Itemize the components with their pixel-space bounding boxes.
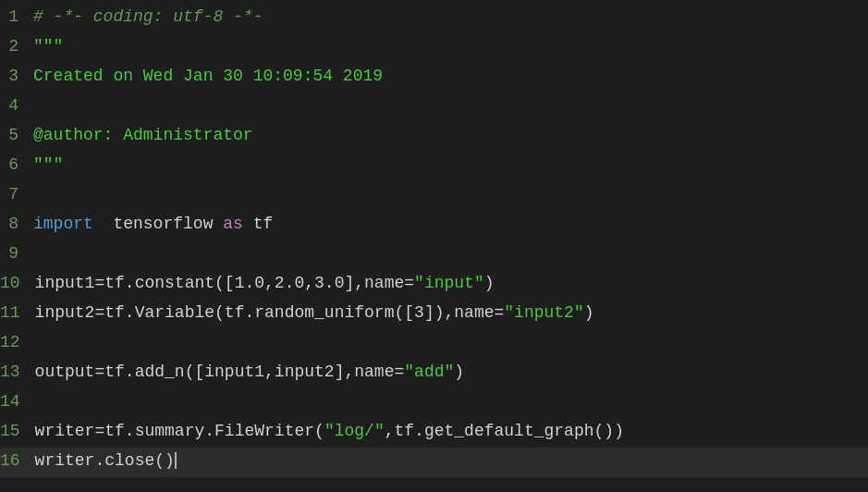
line-number: 2 [0,33,26,60]
token: writer=tf.summary.FileWriter( [35,422,324,440]
token: # -*- coding: utf-8 -*- [33,7,263,26]
code-line: 12 [0,329,868,359]
code-line: 3Created on Wed Jan 30 10:09:54 2019 [0,63,868,92]
code-editor[interactable]: 1# -*- coding: utf-8 -*-2"""3Created on … [0,0,868,492]
line-content: writer=tf.summary.FileWriter("log/",tf.g… [28,418,868,445]
token: @author: Administrator [33,126,253,144]
line-number: 15 [0,418,28,445]
token: tf [243,215,273,233]
line-content: input1=tf.constant([1.0,2.0,3.0],name="i… [28,270,868,297]
code-line: 11input2=tf.Variable(tf.random_uniform([… [0,300,868,329]
code-line: 13output=tf.add_n([input1,input2],name="… [0,359,868,388]
token: Created on Wed Jan 30 10:09:54 2019 [33,67,383,85]
code-line: 7 [0,181,868,211]
line-number: 4 [0,92,26,119]
token: "input" [414,274,484,292]
token: ) [484,274,495,292]
token: output=tf.add_n([input1,input2],name= [35,363,405,381]
line-content: input2=tf.Variable(tf.random_uniform([3]… [28,300,868,326]
line-number: 12 [0,329,28,356]
token: import [33,215,93,233]
line-number: 16 [0,448,28,474]
line-number: 5 [0,122,26,149]
line-content: """ [26,33,868,60]
token: """ [33,37,63,55]
code-line: 6""" [0,152,868,181]
line-content: import tensorflow as tf [26,211,868,238]
code-line: 9 [0,240,868,270]
line-number: 3 [0,63,26,90]
line-number: 13 [0,359,28,386]
line-number: 1 [0,4,26,31]
line-content: output=tf.add_n([input1,input2],name="ad… [28,359,868,386]
token: as [223,215,243,233]
code-line: 14 [0,388,868,418]
token: input1=tf.constant([1.0,2.0,3.0],name= [35,274,414,292]
code-line: 4 [0,92,868,122]
code-line: 15writer=tf.summary.FileWriter("log/",tf… [0,418,868,448]
token: ) [584,303,594,322]
token: input2=tf.Variable(tf.random_uniform([3]… [35,303,505,322]
text-cursor [175,452,177,469]
token: "input2" [504,303,583,322]
code-line: 5@author: Administrator [0,122,868,152]
code-line: 1# -*- coding: utf-8 -*- [0,4,868,33]
code-line: 16writer.close() [0,448,868,477]
token: tensorflow [93,215,223,233]
line-content: """ [26,152,868,178]
line-number: 9 [0,240,26,267]
token: """ [33,155,63,174]
line-content: writer.close() [28,448,868,474]
code-line: 10input1=tf.constant([1.0,2.0,3.0],name=… [0,270,868,300]
line-number: 14 [0,388,28,415]
line-number: 6 [0,152,26,178]
token: ,tf.get_default_graph()) [385,422,624,440]
line-number: 11 [0,300,28,326]
code-line: 8import tensorflow as tf [0,211,868,240]
token: ) [454,363,464,381]
line-number: 7 [0,181,26,208]
line-number: 8 [0,211,26,238]
token: "log/" [324,422,385,440]
line-content: Created on Wed Jan 30 10:09:54 2019 [26,63,868,90]
code-line: 2""" [0,33,868,63]
line-content: # -*- coding: utf-8 -*- [26,4,868,31]
line-content: @author: Administrator [26,122,868,149]
token: writer.close() [35,451,175,470]
line-number: 10 [0,270,28,297]
token: "add" [404,363,454,381]
